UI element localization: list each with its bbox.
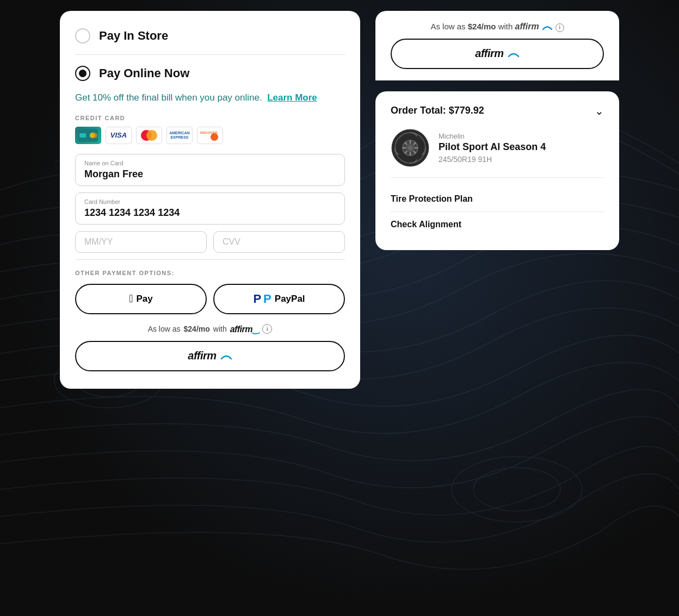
credit-card-label: CREDIT CARD <box>75 115 345 121</box>
cvv-field[interactable] <box>213 231 345 253</box>
name-on-card-label: Name on Card <box>84 160 336 166</box>
affirm-info-row: As low as $24/mo with affirm‿ i <box>75 324 345 334</box>
svg-point-7 <box>92 133 97 138</box>
affirm-info-text: As low as <box>148 325 181 333</box>
order-total-label: Order Total: $779.92 <box>391 105 484 116</box>
addon-check-alignment: Check Alignment <box>391 212 604 237</box>
expiry-cvv-row <box>75 231 345 253</box>
affirm-logo-small: affirm‿ <box>230 324 260 334</box>
card-icons-row: VISA AMERICANEXPRESS DISCOVER <box>75 127 345 144</box>
affirm-top-text: As low as $24/mo with affirm i <box>430 22 564 32</box>
left-panel: Pay In Store Pay Online Now Get 10% off … <box>60 11 360 389</box>
addon-tire-protection: Tire Protection Plan <box>391 186 604 212</box>
product-brand: Michelin <box>439 132 604 140</box>
apple-icon:  <box>129 293 133 305</box>
paypal-label: PayPal <box>275 294 305 304</box>
affirm-top-button[interactable]: affirm <box>391 39 604 69</box>
discover-icon: DISCOVER <box>197 127 223 144</box>
amex-icon: AMERICANEXPRESS <box>166 127 193 144</box>
pay-online-label: Pay Online Now <box>99 66 189 80</box>
payment-buttons-row:  Pay PP PayPal <box>75 284 345 314</box>
product-info: Michelin Pilot Sport Al Season 4 245/50R… <box>439 132 604 164</box>
product-spec: 245/50R19 91H <box>439 155 604 164</box>
right-panel: As low as $24/mo with affirm i affirm <box>375 11 619 250</box>
divider-2 <box>75 259 345 260</box>
product-name: Pilot Sport Al Season 4 <box>439 141 604 153</box>
affirm-top-logo: affirm <box>515 22 555 31</box>
card-number-input[interactable] <box>84 207 336 219</box>
paypal-button[interactable]: PP PayPal <box>213 284 345 314</box>
pay-online-option[interactable]: Pay Online Now <box>75 64 345 83</box>
paypal-icon: PP <box>253 292 271 306</box>
card-number-label: Card Number <box>84 198 336 205</box>
chevron-down-icon[interactable]: ⌄ <box>595 104 604 117</box>
name-on-card-input[interactable] <box>84 169 336 180</box>
name-on-card-field[interactable]: Name on Card <box>75 154 345 186</box>
right-affirm-info-icon[interactable]: i <box>555 23 564 32</box>
affirm-top-btn-logo: affirm <box>475 47 519 60</box>
affirm-with-text: with <box>213 325 227 333</box>
svg-point-10 <box>211 133 218 141</box>
learn-more-link[interactable]: Learn More <box>267 92 317 103</box>
promo-text: Get 10% off the final bill when you pay … <box>75 91 345 105</box>
pay-online-radio[interactable] <box>75 66 90 81</box>
affirm-info-icon[interactable]: i <box>262 324 272 334</box>
tire-image <box>391 128 430 167</box>
expiry-input[interactable] <box>84 237 197 247</box>
pay-in-store-option[interactable]: Pay In Store <box>75 26 345 46</box>
order-card: Order Total: $779.92 ⌄ <box>375 91 619 250</box>
visa-icon: VISA <box>106 127 132 144</box>
divider-1 <box>75 54 345 55</box>
product-row: Michelin Pilot Sport Al Season 4 245/50R… <box>391 128 604 178</box>
svg-point-15 <box>408 146 412 150</box>
other-payments-label: OTHER PAYMENT OPTIONS: <box>75 270 345 276</box>
card-number-field[interactable]: Card Number <box>75 192 345 225</box>
main-layout: Pay In Store Pay Online Now Get 10% off … <box>0 0 679 616</box>
affirm-top-card: As low as $24/mo with affirm i affirm <box>375 11 619 80</box>
pay-in-store-radio[interactable] <box>75 28 90 43</box>
apple-pay-label: Pay <box>137 294 153 304</box>
pay-in-store-label: Pay In Store <box>99 29 168 43</box>
cvv-input[interactable] <box>223 237 336 247</box>
apple-pay-button[interactable]:  Pay <box>75 284 207 314</box>
expiry-field[interactable] <box>75 231 207 253</box>
affirm-button[interactable]: affirm <box>75 341 345 371</box>
svg-rect-5 <box>79 133 86 138</box>
cc-generic-icon <box>75 127 101 144</box>
order-total-header: Order Total: $779.92 ⌄ <box>391 104 604 117</box>
mastercard-icon <box>136 127 162 144</box>
affirm-btn-logo: affirm <box>188 350 232 362</box>
affirm-amount: $24/mo <box>184 325 210 333</box>
svg-rect-8 <box>198 127 222 144</box>
